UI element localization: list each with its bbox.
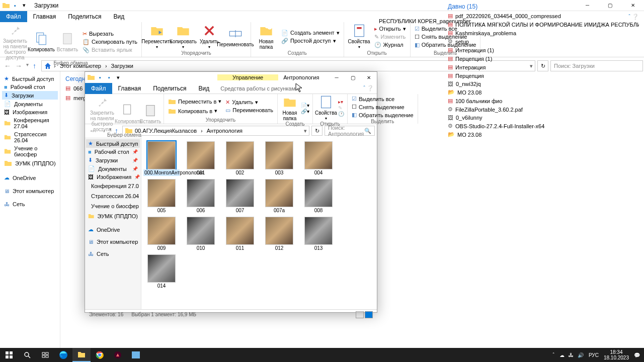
back-button[interactable]: ← bbox=[4, 62, 11, 70]
tab-home[interactable]: Главная bbox=[27, 11, 62, 22]
tray-language[interactable]: РУС bbox=[589, 352, 599, 358]
thumbnail-item[interactable]: 007а bbox=[261, 179, 297, 214]
sidebar-item-folder[interactable]: Учение о биосфер bbox=[2, 144, 58, 158]
new-item-button[interactable]: 📄Создать элемент ▾ bbox=[280, 29, 341, 37]
back-button[interactable]: ← bbox=[89, 127, 96, 135]
file-item[interactable]: ▤ПОЛИТИКА МЯГКОЙ СИЛЫ И ФОРМИРОВАНИЕ ИМИ… bbox=[448, 21, 639, 28]
sidebar-item-pictures[interactable]: 🖼Изображения📌 bbox=[86, 173, 140, 181]
taskbar-app[interactable] bbox=[109, 348, 127, 362]
paste-shortcut-button[interactable]: 📎Вставить ярлык bbox=[82, 46, 138, 54]
maximize-button[interactable]: ▢ bbox=[345, 72, 361, 83]
file-item[interactable]: ⚙OBS-Studio-27.2.4-Full-Installer-x64 bbox=[448, 122, 639, 130]
sidebar-this-pc[interactable]: 🖥Этот компьютер bbox=[86, 238, 140, 246]
up-button[interactable]: ↑ bbox=[33, 62, 36, 70]
search-input[interactable]: Поиск: Антропология🔍 bbox=[325, 126, 375, 136]
thumbnail-item[interactable]: 013 bbox=[300, 217, 337, 251]
qat-properties-icon[interactable]: ▪ bbox=[11, 2, 19, 10]
sidebar-item-folder[interactable]: Конференция 27.04 bbox=[2, 116, 58, 130]
thumbnail-item[interactable]: 001 bbox=[183, 141, 219, 176]
up-button[interactable]: ↑ bbox=[115, 127, 118, 135]
qat-dropdown-icon[interactable]: ▾ bbox=[20, 2, 28, 10]
tab-file[interactable]: Файл bbox=[0, 11, 27, 22]
task-view-button[interactable] bbox=[36, 348, 54, 362]
sidebar-onedrive[interactable]: ☁OneDrive bbox=[86, 225, 140, 234]
invert-selection-button[interactable]: ◧Обратить выделение bbox=[351, 111, 415, 119]
file-item[interactable]: 📂МО 23.08 bbox=[448, 88, 639, 96]
tab-home[interactable]: Главная bbox=[112, 83, 147, 94]
properties-button[interactable]: Свойства▾ bbox=[347, 24, 371, 50]
copy-button[interactable]: Копировать bbox=[29, 32, 53, 52]
sidebar-item-documents[interactable]: 📄Документы📌 bbox=[86, 164, 140, 173]
file-item[interactable]: ▤100 бальники фио bbox=[448, 97, 639, 105]
start-button[interactable] bbox=[0, 348, 18, 362]
thumbnail-item[interactable]: 014 bbox=[143, 254, 180, 289]
file-item[interactable]: ▤Интеракция bbox=[448, 63, 639, 71]
tray-clock[interactable]: 18:34 18.10.2023 bbox=[604, 349, 629, 360]
thumbnail-item[interactable]: 003 bbox=[261, 141, 297, 176]
rename-button[interactable]: ▭Переименовать bbox=[224, 107, 274, 114]
taskbar-chrome[interactable] bbox=[91, 348, 109, 362]
file-item[interactable]: ▤pdf_20220926_034454_0000_compressed bbox=[448, 12, 639, 20]
tab-view[interactable]: Вид bbox=[192, 83, 215, 94]
recent-dropdown[interactable]: ▾ bbox=[26, 62, 29, 70]
sidebar-onedrive[interactable]: ☁OneDrive bbox=[2, 173, 58, 182]
file-item[interactable]: ▤Перцепция bbox=[448, 72, 639, 79]
copy-to-button[interactable]: Копировать в ▾ bbox=[167, 107, 222, 116]
minimize-button[interactable]: ─ bbox=[329, 72, 345, 83]
sidebar-item-desktop[interactable]: ■Рабочий стол bbox=[2, 83, 58, 91]
qat-properties-icon[interactable]: ▪ bbox=[105, 73, 113, 81]
taskbar-edge[interactable] bbox=[54, 348, 72, 362]
easy-access-button[interactable]: 🔗Простой доступ ▾ bbox=[280, 37, 341, 45]
picture-tools-tab[interactable]: Управление bbox=[217, 74, 278, 80]
sidebar-item-downloads[interactable]: ⬇Загрузки bbox=[2, 91, 58, 100]
qat-dropdown-icon[interactable]: ▾ bbox=[114, 73, 122, 81]
tray-notifications-icon[interactable]: 💬 bbox=[634, 352, 640, 358]
sidebar-quick-access[interactable]: ★Быстрый доступ bbox=[2, 74, 58, 83]
refresh-button[interactable]: ↻ bbox=[311, 126, 323, 136]
paste-button[interactable]: Вставить bbox=[140, 104, 160, 124]
thumbnail-item[interactable]: 004 bbox=[300, 141, 337, 176]
sidebar-item-documents[interactable]: 📄Документы bbox=[2, 100, 58, 108]
history-button[interactable]: 🕐Журнал bbox=[373, 41, 407, 49]
select-all-button[interactable]: ☑Выделить все bbox=[351, 95, 415, 103]
sidebar-item-pictures[interactable]: 🖼Изображения bbox=[2, 108, 58, 116]
recent-dropdown[interactable]: ▾ bbox=[109, 127, 112, 135]
sidebar-item-folder[interactable]: Учение о биосфер bbox=[86, 201, 140, 211]
sidebar-item-downloads[interactable]: ⬇Загрузки📌 bbox=[86, 156, 140, 164]
sidebar-item-folder[interactable]: ЭУМК (ППДПО) bbox=[2, 158, 58, 168]
sidebar-quick-access[interactable]: ★Быстрый доступ bbox=[86, 139, 140, 148]
move-to-button[interactable]: Переместить в ▾ bbox=[167, 97, 222, 106]
tab-share[interactable]: Поделиться bbox=[147, 83, 192, 94]
thumbnail-item[interactable]: 002 bbox=[222, 141, 258, 176]
category-long-ago[interactable]: Давно (15) bbox=[448, 3, 639, 10]
file-item[interactable]: ⚙setup bbox=[448, 38, 639, 45]
new-folder-button[interactable]: Новая папка bbox=[254, 24, 278, 50]
file-item[interactable]: ⚙FileZillaPortable_3.60.2.paf bbox=[448, 106, 639, 113]
tab-view[interactable]: Вид bbox=[107, 11, 130, 22]
search-button[interactable] bbox=[18, 348, 36, 362]
thumbnail-item[interactable]: 000.МонголАнтропология bbox=[143, 141, 180, 176]
thumbnail-item[interactable]: 010 bbox=[183, 217, 219, 251]
delete-button[interactable]: ✕Удалить ▾ bbox=[224, 99, 274, 106]
pin-button[interactable]: Закрепить на панели быстрого доступа bbox=[3, 23, 27, 60]
sidebar-item-desktop[interactable]: ■Рабочий стол📌 bbox=[86, 148, 140, 156]
sidebar-network[interactable]: 🖧Сеть bbox=[2, 200, 58, 208]
file-item[interactable]: ▤Kashmirskaya_problema bbox=[448, 29, 639, 37]
thumbnail-item[interactable]: 006 bbox=[183, 179, 219, 214]
tray-volume-icon[interactable]: 🔊 bbox=[578, 352, 584, 358]
tray-network-icon[interactable]: 🖧 bbox=[569, 352, 574, 358]
thumbnail-item[interactable]: 009 bbox=[143, 217, 180, 251]
thumbnail-item[interactable]: 011 bbox=[222, 217, 258, 251]
tab-file[interactable]: Файл bbox=[85, 83, 112, 94]
thumbnail-item[interactable]: 007 bbox=[222, 179, 258, 214]
close-button[interactable]: ✕ bbox=[361, 72, 377, 83]
taskbar-app[interactable] bbox=[127, 348, 145, 362]
taskbar-explorer[interactable] bbox=[72, 348, 91, 362]
forward-button[interactable]: → bbox=[15, 62, 22, 70]
move-to-button[interactable]: Переместить▾ bbox=[145, 24, 169, 50]
sidebar-this-pc[interactable]: 🖥Этот компьютер bbox=[2, 187, 58, 195]
sidebar-network[interactable]: 🖧Сеть bbox=[86, 250, 140, 258]
sidebar-item-folder[interactable]: Конференция 27.0 bbox=[86, 181, 140, 191]
file-item[interactable]: ▤Перцепция (1) bbox=[448, 55, 639, 62]
sidebar-item-folder[interactable]: ЭУМК (ППДПО) bbox=[86, 211, 140, 221]
